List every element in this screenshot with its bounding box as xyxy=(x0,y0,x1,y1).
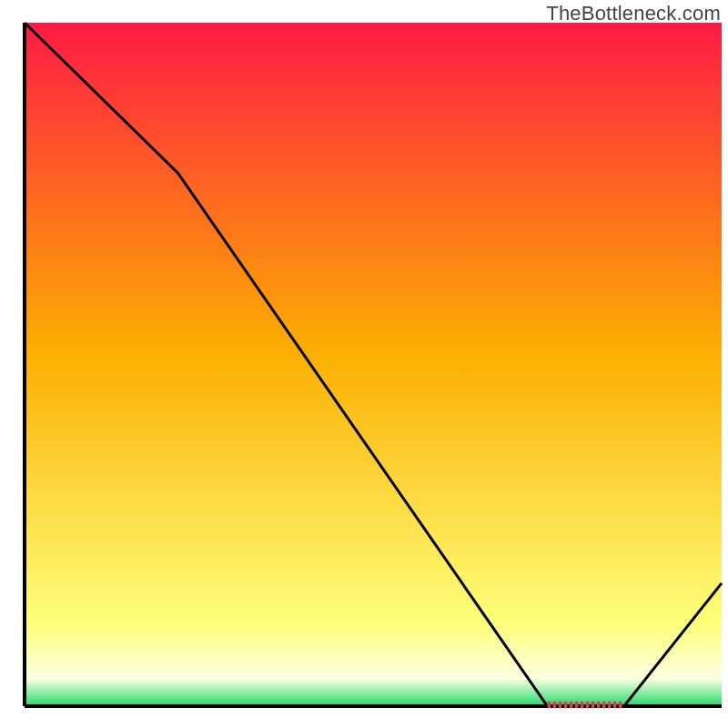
marker-tick xyxy=(548,702,551,709)
marker-tick xyxy=(613,702,617,709)
marker-tick xyxy=(602,702,606,709)
marker-tick xyxy=(564,702,568,709)
marker-tick xyxy=(570,702,573,709)
chart-container: TheBottleneck.com xyxy=(0,0,728,728)
marker-tick xyxy=(608,702,612,709)
marker-tick xyxy=(592,702,595,709)
marker-tick xyxy=(553,702,557,709)
marker-tick xyxy=(619,702,622,709)
marker-tick xyxy=(597,702,601,709)
marker-tick xyxy=(586,702,590,709)
marker-tick xyxy=(559,702,562,709)
marker-tick xyxy=(581,702,584,709)
bottleneck-chart xyxy=(0,0,728,728)
marker-tick xyxy=(575,702,579,709)
